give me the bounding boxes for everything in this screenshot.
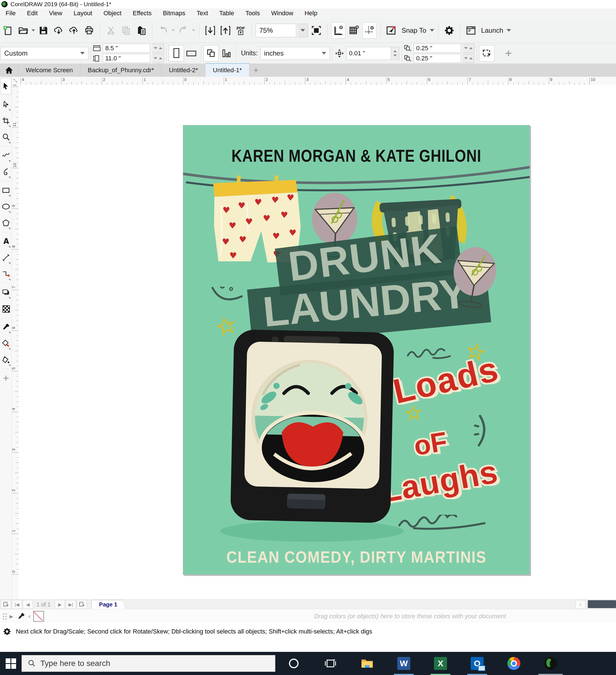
snap-to-caret[interactable] — [430, 29, 434, 31]
task-view-button[interactable] — [312, 652, 349, 675]
page-width-field[interactable]: 8.5 " — [103, 44, 150, 53]
nudge-distance-field[interactable]: 0.01 " — [346, 47, 391, 60]
page-height-field[interactable]: 11.0 " — [103, 54, 150, 63]
drawing-canvas[interactable]: KAREN MORGAN & KATE GHILONI ♥♥♥♥♥ ♥♥♥♥ ♥… — [19, 85, 616, 599]
show-guidelines-toggle[interactable] — [362, 22, 376, 39]
word-button[interactable]: W — [385, 652, 422, 675]
martini-art-2[interactable] — [447, 243, 500, 318]
open-button[interactable] — [16, 22, 30, 39]
tool-ellipse[interactable] — [1, 198, 11, 215]
outlook-button[interactable]: O — [459, 652, 495, 675]
tab-backup-of-phunny[interactable]: Backup_of_Phunny.cdr* — [80, 64, 161, 77]
smiley-doodle[interactable] — [210, 283, 247, 305]
undo-dropdown-caret[interactable] — [171, 29, 175, 31]
chrome-button[interactable] — [495, 652, 532, 675]
menu-object[interactable]: Object — [98, 10, 127, 17]
horizontal-scrollbar-thumb[interactable] — [588, 600, 616, 608]
next-page-button[interactable]: ▶ — [55, 600, 65, 609]
first-page-button[interactable]: |◀ — [12, 600, 22, 609]
new-tab-button[interactable]: + — [249, 64, 262, 77]
menu-help[interactable]: Help — [299, 10, 323, 17]
menu-edit[interactable]: Edit — [21, 10, 43, 17]
undo-button[interactable] — [156, 22, 170, 39]
add-page-after-button[interactable] — [77, 600, 87, 609]
fullscreen-preview-button[interactable] — [310, 22, 323, 39]
duplicate-x-field[interactable]: 0.25 " — [414, 44, 461, 53]
tool-freehand[interactable] — [1, 147, 11, 164]
tab-untitled-1[interactable]: Untitled-1* — [206, 63, 249, 77]
cortana-button[interactable] — [276, 652, 312, 675]
tool-crop[interactable] — [1, 112, 11, 129]
menu-table[interactable]: Table — [214, 10, 240, 17]
options-gear-button[interactable] — [443, 22, 456, 39]
menu-effects[interactable]: Effects — [127, 10, 157, 17]
file-explorer-button[interactable] — [349, 652, 385, 675]
tool-dimension[interactable] — [1, 249, 11, 266]
tab-untitled-2[interactable]: Untitled-2* — [162, 64, 206, 77]
tool-artistic-media[interactable] — [1, 164, 11, 180]
copy-button[interactable] — [120, 22, 133, 39]
menu-bitmaps[interactable]: Bitmaps — [157, 10, 191, 17]
page-size-combobox[interactable]: Custom — [1, 47, 88, 60]
ruler-origin-button[interactable]: ⤡ — [12, 77, 19, 85]
cloud-upload-button[interactable] — [67, 22, 81, 39]
poster-page[interactable]: KAREN MORGAN & KATE GHILONI ♥♥♥♥♥ ♥♥♥♥ ♥… — [183, 125, 530, 575]
excel-button[interactable]: X — [422, 652, 459, 675]
tab-welcome-screen[interactable]: Welcome Screen — [18, 64, 80, 77]
launch-icon[interactable] — [464, 22, 478, 39]
last-page-button[interactable]: ▶| — [66, 600, 76, 609]
duplicate-y-spinners[interactable] — [463, 54, 474, 63]
poster-footer-tagline[interactable]: CLEAN COMEDY, DIRTY MARTINIS — [183, 548, 530, 567]
tool-rectangle[interactable] — [1, 182, 11, 198]
tool-connector[interactable] — [1, 266, 11, 282]
menu-view[interactable]: View — [43, 10, 68, 17]
cut-button[interactable] — [104, 22, 118, 39]
show-rulers-toggle[interactable] — [331, 22, 345, 39]
tool-smart-fill[interactable] — [1, 335, 11, 352]
snap-off-button[interactable] — [385, 22, 398, 39]
units-combobox[interactable]: inches — [260, 47, 330, 60]
property-bar-customize-button[interactable] — [501, 46, 516, 61]
page-width-spinners[interactable] — [152, 44, 164, 53]
palette-scroll-left[interactable]: ‹ — [28, 612, 30, 620]
current-page-layers-button[interactable] — [219, 46, 233, 61]
duplicate-x-spinners[interactable] — [463, 44, 474, 53]
palette-eyedropper-icon[interactable] — [17, 612, 25, 620]
menu-layout[interactable]: Layout — [68, 10, 98, 17]
poster-artist-names[interactable]: KAREN MORGAN & KATE GHILONI — [192, 146, 521, 165]
menu-file[interactable]: File — [0, 10, 21, 17]
tool-shape[interactable] — [1, 96, 11, 112]
page-height-spinners[interactable] — [152, 54, 164, 63]
tool-drop-shadow[interactable] — [1, 284, 11, 301]
add-page-before-button[interactable] — [1, 600, 11, 609]
launch-caret[interactable] — [507, 29, 511, 31]
menu-window[interactable]: Window — [265, 10, 299, 17]
duplicate-y-field[interactable]: 0.25 " — [414, 54, 461, 63]
taskbar-search-input[interactable]: Type here to search — [21, 655, 276, 672]
print-button[interactable] — [82, 22, 96, 39]
paste-button[interactable] — [135, 22, 148, 39]
redo-button[interactable] — [177, 22, 190, 39]
page-1-tab[interactable]: Page 1 — [91, 600, 125, 609]
snap-to-label[interactable]: Snap To — [401, 26, 427, 34]
treat-as-filled-button[interactable] — [479, 45, 494, 62]
launch-label[interactable]: Launch — [481, 26, 504, 34]
previous-page-button[interactable]: ◀ — [23, 600, 33, 609]
tool-text[interactable]: A — [1, 233, 11, 249]
new-document-button[interactable] — [1, 22, 15, 39]
nudge-spinners[interactable] — [391, 47, 399, 60]
import-button[interactable] — [204, 22, 217, 39]
landscape-orientation-button[interactable] — [184, 46, 199, 61]
menu-text[interactable]: Text — [191, 10, 214, 17]
tool-polygon[interactable] — [1, 215, 11, 231]
palette-flyout-arrow[interactable]: ▶ — [10, 614, 13, 619]
tool-pick[interactable] — [1, 78, 11, 94]
vertical-ruler[interactable]: 0123456789101112 — [12, 85, 19, 599]
home-tab-icon[interactable] — [0, 64, 18, 77]
save-button[interactable] — [37, 22, 50, 39]
horizontal-ruler[interactable]: 4321012345678910 — [19, 77, 616, 85]
tool-transparency[interactable] — [1, 301, 11, 317]
export-button[interactable] — [219, 22, 232, 39]
menu-tools[interactable]: Tools — [240, 10, 265, 17]
coreldraw-button[interactable] — [532, 652, 569, 675]
